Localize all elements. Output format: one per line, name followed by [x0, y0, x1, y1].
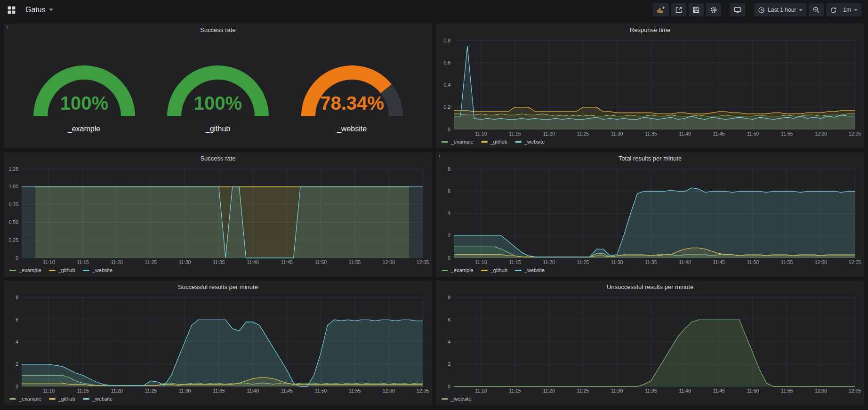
panel-title[interactable]: Total results per minute [619, 155, 682, 162]
legend-item-_github[interactable]: _github [481, 267, 507, 273]
svg-text:11:45: 11:45 [713, 388, 725, 394]
gauge-label: _example [68, 125, 100, 133]
info-icon[interactable]: i [7, 24, 8, 30]
svg-text:6: 6 [448, 317, 450, 322]
info-icon[interactable]: i [439, 153, 440, 158]
legend-item-_example[interactable]: _example [9, 396, 41, 402]
legend-item-_website[interactable]: _website [442, 396, 471, 402]
svg-text:8: 8 [448, 295, 450, 300]
svg-text:8: 8 [448, 166, 450, 172]
svg-text:12:05: 12:05 [417, 388, 429, 394]
svg-text:11:45: 11:45 [713, 259, 725, 265]
apps-grid-icon[interactable] [7, 3, 21, 16]
legend-label: _example [451, 267, 474, 273]
svg-text:11:20: 11:20 [543, 259, 555, 265]
svg-text:12:00: 12:00 [815, 388, 827, 394]
successful-results-chart[interactable]: 0246811:1011:1511:2011:2511:3011:3511:40… [4, 293, 432, 395]
response-time-chart[interactable]: 00.20.40.60.811:1011:1511:2011:2511:3011… [436, 36, 864, 138]
legend-item-_website[interactable]: _website [515, 139, 545, 145]
svg-text:11:55: 11:55 [349, 259, 361, 265]
panel-title[interactable]: Success rate [200, 155, 235, 162]
legend-item-_github[interactable]: _github [49, 396, 75, 402]
series-fill-_website [454, 320, 855, 386]
legend-label: _website [524, 139, 545, 145]
svg-text:11:10: 11:10 [475, 388, 487, 394]
svg-text:1.25: 1.25 [9, 166, 19, 172]
legend-marker [442, 398, 448, 400]
svg-text:11:15: 11:15 [509, 388, 521, 394]
panel-title[interactable]: Unsuccessful results per minute [607, 283, 693, 290]
svg-text:4: 4 [448, 339, 450, 345]
svg-text:8: 8 [16, 295, 18, 300]
svg-text:11:25: 11:25 [577, 388, 589, 394]
svg-text:11:25: 11:25 [577, 259, 589, 265]
svg-text:11:10: 11:10 [475, 259, 487, 265]
svg-text:0: 0 [448, 384, 450, 389]
panel-title[interactable]: Success rate [200, 26, 235, 33]
legend-marker [9, 270, 16, 271]
legend: _example_github_website [4, 266, 432, 277]
svg-text:11:40: 11:40 [679, 259, 691, 265]
legend-item-_website[interactable]: _website [515, 267, 545, 273]
svg-text:11:40: 11:40 [679, 388, 691, 394]
legend-item-_example[interactable]: _example [442, 139, 474, 145]
svg-text:11:55: 11:55 [781, 388, 793, 394]
zoom-out-button[interactable] [809, 3, 824, 16]
svg-text:11:45: 11:45 [281, 388, 293, 394]
unsuccessful-results-chart[interactable]: 0246811:1011:1511:2011:2511:3011:3511:40… [436, 293, 864, 395]
svg-text:11:35: 11:35 [645, 388, 657, 394]
legend-marker [442, 270, 448, 271]
svg-text:12:05: 12:05 [849, 388, 861, 394]
svg-text:6: 6 [448, 188, 450, 194]
legend-item-_website[interactable]: _website [83, 267, 113, 273]
svg-text:0.4: 0.4 [443, 82, 450, 88]
svg-text:11:20: 11:20 [111, 388, 123, 394]
tv-mode-icon [734, 6, 741, 14]
add-panel-icon [657, 6, 665, 14]
series-fill-_website [454, 188, 855, 258]
svg-text:11:35: 11:35 [645, 131, 657, 137]
legend-item-_github[interactable]: _github [49, 267, 75, 273]
caret-down-icon [854, 9, 858, 11]
legend-item-_example[interactable]: _example [9, 267, 41, 273]
legend-item-_example[interactable]: _example [442, 267, 474, 273]
svg-text:11:15: 11:15 [509, 131, 521, 137]
svg-text:11:50: 11:50 [315, 388, 327, 394]
legend-marker [481, 270, 488, 271]
svg-text:11:35: 11:35 [213, 259, 225, 265]
svg-text:11:30: 11:30 [611, 259, 623, 265]
navbar: Gatus [0, 0, 868, 20]
panel-title[interactable]: Successful results per minute [178, 283, 258, 290]
svg-text:11:15: 11:15 [77, 259, 89, 265]
apps-grid-icon [8, 6, 16, 14]
settings-button[interactable] [706, 3, 721, 16]
svg-text:12:00: 12:00 [815, 259, 827, 265]
legend-marker [83, 270, 89, 271]
legend-marker [481, 141, 488, 143]
panel-body: 0246811:1011:1511:2011:2511:3011:3511:40… [436, 293, 864, 395]
total-results-chart[interactable]: 0246811:1011:1511:2011:2511:3011:3511:40… [436, 164, 864, 266]
success-rate-chart[interactable]: 00.250.500.751.001.2511:1011:1511:2011:2… [4, 164, 432, 266]
refresh-button[interactable]: 1m [826, 3, 861, 16]
caret-down-icon [799, 9, 803, 11]
save-button[interactable] [689, 3, 704, 16]
legend: _example_github_website [4, 395, 432, 405]
legend-item-_github[interactable]: _github [481, 139, 507, 145]
time-range-label: Last 1 hour [768, 7, 796, 13]
svg-text:11:20: 11:20 [543, 388, 555, 394]
legend-label: _example [19, 396, 41, 402]
tv-mode-button[interactable] [730, 3, 745, 16]
svg-text:11:30: 11:30 [179, 388, 191, 394]
legend-marker [83, 398, 89, 400]
svg-text:12:05: 12:05 [849, 131, 861, 137]
time-range-button[interactable]: Last 1 hour [754, 3, 806, 16]
share-button[interactable] [671, 3, 686, 16]
caret-down-icon [49, 8, 53, 11]
add-panel-button[interactable] [653, 3, 669, 16]
svg-text:2: 2 [448, 233, 450, 238]
svg-text:12:05: 12:05 [417, 259, 429, 265]
dashboard-picker[interactable]: Gatus [25, 6, 53, 14]
svg-text:11:35: 11:35 [645, 259, 657, 265]
panel-title[interactable]: Response time [630, 26, 671, 33]
legend-item-_website[interactable]: _website [83, 396, 113, 402]
